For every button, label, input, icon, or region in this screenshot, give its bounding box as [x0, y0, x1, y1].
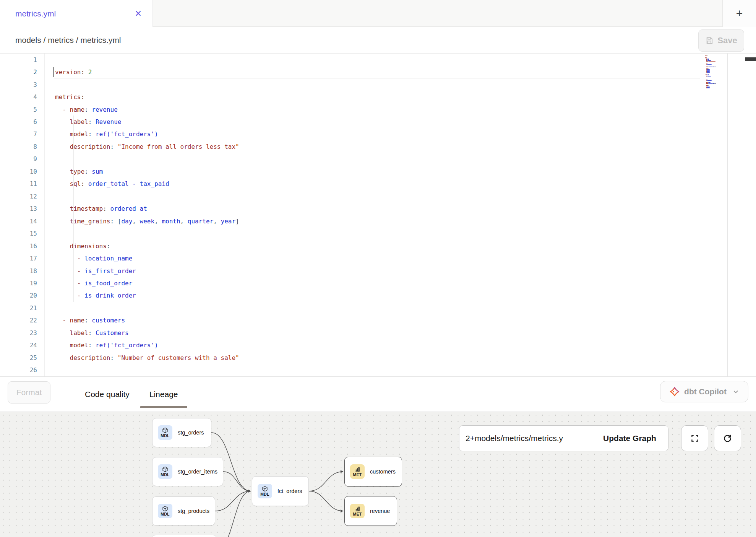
save-label: Save [717, 36, 737, 46]
code-line: metrics: [55, 91, 84, 103]
code-token: label [70, 329, 88, 337]
lineage-node-revenue[interactable]: METrevenue [344, 496, 397, 526]
dbt-copilot-button[interactable]: dbt Copilot [660, 381, 748, 402]
minimap-mark [707, 55, 707, 56]
gutter-divider [44, 54, 45, 376]
minimap-mark [707, 71, 709, 72]
lineage-node-stg_orders[interactable]: MDLstg_orders [152, 418, 211, 447]
line-number: 8 [0, 140, 37, 153]
update-graph-button[interactable]: Update Graph [591, 426, 668, 451]
minimap-mark [715, 83, 716, 84]
lineage-node-customers[interactable]: METcustomers [344, 457, 402, 487]
graph-selector-input[interactable] [459, 426, 591, 451]
panel-tabs: Code quality Lineage [75, 377, 188, 412]
tab-lineage[interactable]: Lineage [140, 377, 188, 412]
code-token: ordered_at [110, 205, 147, 212]
code-token [55, 267, 77, 275]
line-number: 2 [0, 66, 37, 78]
code-line: timestamp: ordered_at [55, 203, 147, 215]
format-button[interactable]: Format [8, 381, 50, 404]
code-token: ] [235, 218, 239, 225]
code-line: sql: order_total - tax_paid [55, 178, 169, 190]
line-number: 23 [0, 327, 37, 339]
lineage-node-partial_model[interactable]: MDL [152, 535, 217, 537]
code-token: : [84, 317, 88, 324]
fullscreen-button[interactable] [681, 425, 708, 451]
code-token: : [84, 168, 88, 175]
line-number: 7 [0, 128, 37, 140]
code-token [55, 242, 70, 250]
metric-icon: MET [350, 464, 365, 479]
node-badge: MET [353, 473, 362, 477]
lineage-node-stg_order_items[interactable]: MDLstg_order_items [152, 457, 223, 486]
code-token: : [110, 143, 114, 150]
save-icon [705, 36, 714, 45]
code-token [55, 143, 70, 150]
code-token: type [70, 168, 85, 175]
code-editor[interactable]: 12version: 234metrics:5 - name: revenue6… [0, 54, 756, 376]
line-number: 21 [0, 302, 37, 314]
lineage-panel[interactable]: MDLstg_ordersMDLstg_order_itemsMDLstg_pr… [0, 412, 756, 537]
node-badge: MDL [161, 512, 169, 516]
tab-code-quality[interactable]: Code quality [75, 377, 140, 412]
code-token: , [180, 218, 188, 225]
code-token: : [81, 68, 84, 76]
code-token [55, 130, 70, 138]
code-token [55, 168, 70, 175]
lineage-node-stg_products[interactable]: MDLstg_products [152, 496, 215, 526]
close-icon[interactable]: ✕ [135, 10, 142, 18]
node-label: stg_products [178, 508, 209, 514]
minimap-mark [707, 57, 707, 58]
node-badge: MDL [161, 434, 169, 438]
editor-toolbar: Format Code quality Lineage dbt Copi [0, 376, 756, 412]
node-badge: MDL [161, 473, 169, 477]
save-button[interactable]: Save [698, 29, 744, 52]
code-token [55, 255, 77, 262]
code-token: - [77, 292, 84, 299]
scrollbar-thumb[interactable] [745, 57, 756, 61]
minimap-mark [707, 60, 711, 61]
code-token [114, 143, 118, 150]
code-token: sql [70, 180, 81, 187]
plus-icon[interactable]: + [736, 8, 743, 19]
code-token: is_drink_order [84, 292, 136, 299]
minimap-mark [707, 80, 712, 81]
code-token: : [81, 93, 84, 101]
minimap-mark [707, 76, 711, 76]
code-line: - name: customers [55, 314, 125, 327]
minimap[interactable] [705, 55, 727, 154]
lineage-node-fct_orders[interactable]: MDLfct_orders [252, 476, 309, 506]
code-token [107, 205, 110, 212]
tab-metrics-yml[interactable]: metrics.yml ✕ [0, 0, 153, 27]
code-token: : [88, 329, 92, 337]
line-number: 22 [0, 314, 37, 327]
code-token: customers [92, 317, 125, 324]
scrollbar-track [727, 54, 728, 376]
code-token [55, 218, 70, 225]
node-badge: MDL [260, 492, 269, 496]
code-token: description [70, 143, 110, 150]
line-number: 25 [0, 351, 37, 364]
line-number: 1 [0, 54, 37, 66]
code-token [84, 180, 88, 187]
code-token: : [88, 118, 92, 125]
code-token [88, 168, 92, 175]
lineage-edge-fct_orders-to-customers [309, 472, 343, 491]
code-token: order_total - tax_paid [88, 180, 169, 187]
node-label: customers [370, 469, 396, 475]
lineage-edge-stg_products-to-fct_orders [215, 491, 251, 511]
line-number: 5 [0, 103, 37, 116]
code-token: is_food_order [84, 280, 132, 287]
code-token: - [62, 317, 70, 324]
code-token: : [103, 205, 107, 212]
line-number: 11 [0, 178, 37, 190]
minimap-mark [707, 64, 712, 65]
refresh-button[interactable] [714, 425, 741, 451]
minimap-mark [706, 85, 708, 86]
minimap-mark [707, 88, 709, 88]
minimap-mark [707, 74, 709, 75]
chevron-down-icon [732, 388, 739, 395]
code-line: label: Revenue [55, 116, 121, 128]
line-number: 15 [0, 227, 37, 239]
line-number: 26 [0, 364, 37, 376]
